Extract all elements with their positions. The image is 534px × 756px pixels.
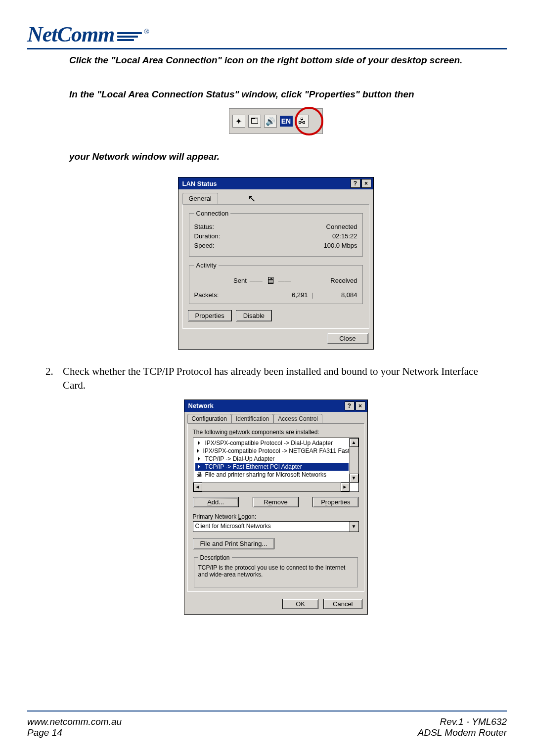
scroll-up-icon[interactable]: ▲: [350, 438, 358, 447]
footer-page: Page 14: [27, 727, 122, 738]
network-titlebar: Network ? ×: [184, 400, 367, 412]
cursor-arrow-icon: ↖: [248, 192, 256, 204]
components-listbox[interactable]: 🞂 IPX/SPX-compatible Protocol -> Dial-Up…: [193, 438, 359, 492]
description-legend: Description: [198, 554, 232, 561]
activity-group: Activity Sent —— 🖥 —— Received Packets:: [189, 262, 363, 304]
received-label: Received: [330, 277, 357, 284]
activity-dash-icon: ——: [278, 277, 291, 284]
properties-button[interactable]: Properties: [312, 497, 358, 507]
packets-received-value: 8,084: [318, 291, 357, 299]
list-item[interactable]: 🞂 TCP/IP -> Dial-Up Adapter: [195, 455, 349, 463]
list-item[interactable]: 🞂 IPX/SPX-compatible Protocol -> NETGEAR…: [195, 447, 349, 455]
duration-value: 02:15:22: [332, 232, 357, 240]
list-item-selected[interactable]: 🞂 TCP/IP -> Fast Ethernet PCI Adapter: [195, 463, 349, 471]
footer-rev: Rev.1 - YML632: [418, 716, 507, 727]
list-item[interactable]: 🖶 File and printer sharing for Microsoft…: [195, 471, 349, 479]
packets-label: Packets:: [194, 291, 239, 299]
titlebar-close-button[interactable]: ×: [361, 179, 371, 188]
add-button[interactable]: Add...: [193, 497, 239, 507]
status-value: Connected: [326, 223, 357, 230]
footer-product: ADSL Modem Router: [418, 727, 507, 738]
components-list-label: The following network components are ins…: [193, 429, 359, 436]
duration-label: Duration:: [194, 232, 221, 240]
activity-dash-icon: ——: [250, 277, 263, 284]
activity-computers-icon: 🖥: [266, 275, 275, 286]
scroll-down-icon[interactable]: ▼: [350, 474, 358, 483]
registered-mark: ®: [144, 28, 149, 36]
network-window: Network ? × Configuration Identification…: [184, 400, 368, 615]
protocol-icon: 🞂: [195, 447, 201, 454]
lan-status-window: LAN Status ? × General ↖ Connection Stat…: [178, 177, 374, 350]
tray-volume-icon: 🔊: [264, 115, 277, 128]
remove-button[interactable]: Remove: [253, 497, 299, 507]
titlebar-close-button[interactable]: ×: [356, 401, 365, 410]
vertical-scrollbar[interactable]: ▲ ▼: [349, 438, 358, 483]
service-icon: 🖶: [195, 471, 203, 478]
instruction-2: In the "Local Area Connection Status" wi…: [69, 88, 482, 102]
page-footer: www.netcomm.com.au Page 14 Rev.1 - YML63…: [27, 716, 507, 738]
tray-language-indicator: EN: [280, 116, 293, 127]
tab-general[interactable]: General: [182, 193, 218, 204]
speed-label: Speed:: [194, 242, 215, 249]
horizontal-scrollbar[interactable]: ◄ ►: [193, 482, 350, 491]
instruction-3: your Network window will appear.: [69, 151, 482, 162]
connection-legend: Connection: [194, 210, 231, 217]
protocol-icon: 🞂: [195, 455, 203, 462]
titlebar-help-button[interactable]: ?: [345, 401, 355, 410]
close-button[interactable]: Close: [327, 333, 368, 344]
tray-icon-1: ✦: [232, 115, 245, 128]
cancel-button[interactable]: Cancel: [323, 599, 362, 609]
activity-legend: Activity: [194, 262, 219, 269]
tab-configuration[interactable]: Configuration: [187, 414, 231, 423]
list-item[interactable]: 🞂 IPX/SPX-compatible Protocol -> Dial-Up…: [195, 439, 349, 447]
protocol-icon: 🞂: [195, 463, 203, 470]
speed-value: 100.0 Mbps: [324, 242, 357, 249]
tray-icon-2: 🗔: [248, 115, 261, 128]
footer-url: www.netcomm.com.au: [27, 716, 122, 727]
network-title: Network: [188, 402, 214, 409]
file-print-sharing-button[interactable]: File and Print Sharing...: [193, 538, 275, 549]
description-group: Description TCP/IP is the protocol you u…: [194, 554, 358, 587]
disable-button[interactable]: Disable: [236, 310, 272, 321]
primary-logon-combobox[interactable]: Client for Microsoft Networks ▼: [193, 521, 359, 532]
packets-separator: |: [308, 291, 318, 299]
step-2-text: Check whether the TCP/IP Protocol has al…: [63, 364, 482, 393]
protocol-icon: 🞂: [195, 440, 203, 446]
scroll-left-icon[interactable]: ◄: [193, 483, 202, 491]
logo-lines-icon: [117, 32, 142, 41]
lan-status-title: LAN Status: [182, 180, 217, 187]
highlight-circle-icon: [295, 107, 323, 135]
footer-rule: [27, 711, 507, 712]
chevron-down-icon[interactable]: ▼: [349, 522, 358, 532]
tab-identification[interactable]: Identification: [231, 414, 273, 423]
primary-logon-label: Primary Network Logon:: [193, 513, 359, 520]
scroll-right-icon[interactable]: ►: [341, 483, 350, 491]
properties-button[interactable]: Properties: [188, 310, 232, 321]
instruction-1: Click the "Local Area Connection" icon o…: [69, 53, 482, 68]
titlebar-help-button[interactable]: ?: [351, 179, 360, 188]
description-text: TCP/IP is the protocol you use to connec…: [198, 564, 354, 578]
step-2-number: 2.: [45, 364, 63, 393]
status-label: Status:: [194, 223, 214, 230]
tab-access-control[interactable]: Access Control: [273, 414, 322, 423]
header-logo: NetComm ®: [27, 15, 507, 47]
logo-text: NetComm: [27, 22, 114, 47]
lan-status-titlebar: LAN Status ? ×: [178, 178, 373, 189]
connection-group: Connection Status: Connected Duration: 0…: [189, 210, 363, 257]
packets-sent-value: 6,291: [239, 291, 308, 299]
ok-button[interactable]: OK: [282, 599, 318, 609]
primary-logon-value: Client for Microsoft Networks: [193, 522, 349, 532]
sent-label: Sent: [233, 277, 247, 284]
systray-figure: ✦ 🗔 🔊 EN 🖧: [229, 108, 323, 134]
